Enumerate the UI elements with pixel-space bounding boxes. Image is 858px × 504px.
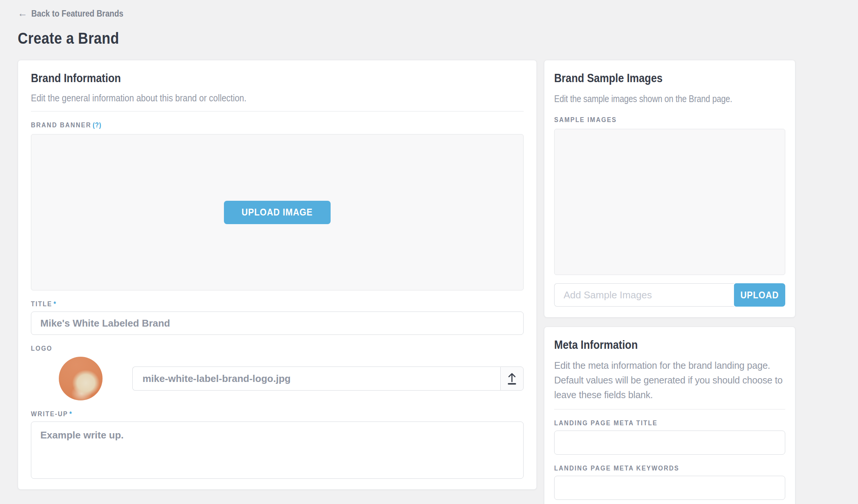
title-input[interactable] — [31, 312, 524, 335]
sample-images-area — [554, 129, 785, 275]
title-label: TITLE* — [31, 299, 524, 309]
logo-filename-group — [132, 367, 524, 391]
meta-keywords-input[interactable] — [554, 476, 785, 500]
brand-information-heading: Brand Information — [31, 71, 524, 85]
upload-image-button[interactable]: UPLOAD IMAGE — [224, 201, 330, 224]
brand-banner-label: BRAND BANNER(?) — [31, 121, 524, 130]
back-arrow-icon: ← — [18, 8, 28, 19]
brand-information-subtitle: Edit the general information about this … — [31, 92, 524, 104]
back-link[interactable]: ← Back to Featured Brands — [18, 8, 138, 19]
upload-arrow-icon — [506, 371, 518, 386]
meta-title-input[interactable] — [554, 431, 785, 455]
back-link-label: Back to Featured Brands — [31, 8, 123, 19]
page-title: Create a Brand — [18, 29, 841, 47]
right-column: Brand Sample Images Edit the sample imag… — [544, 60, 795, 504]
logo-label: LOGO — [31, 344, 524, 353]
writeup-label: WRITE-UP* — [31, 409, 524, 418]
create-brand-page: ← Back to Featured Brands Create a Brand… — [0, 0, 858, 504]
meta-keywords-label: LANDING PAGE META KEYWORDS — [554, 464, 785, 473]
brand-logo-image — [59, 357, 103, 400]
logo-filename-input[interactable] — [132, 367, 500, 391]
required-asterisk: * — [69, 410, 72, 418]
sample-images-label: SAMPLE IMAGES — [554, 115, 785, 124]
add-sample-images-input[interactable] — [554, 283, 734, 307]
banner-help-link[interactable]: (?) — [93, 121, 101, 129]
writeup-textarea[interactable] — [31, 422, 524, 479]
meta-information-card: Meta Information Edit the meta informati… — [544, 327, 795, 504]
brand-sample-images-card: Brand Sample Images Edit the sample imag… — [544, 60, 795, 318]
required-asterisk: * — [54, 300, 56, 308]
meta-information-subtitle: Edit the meta information for the brand … — [554, 358, 785, 402]
add-sample-images-group: UPLOAD — [554, 283, 785, 307]
section-divider — [554, 409, 785, 409]
section-divider — [31, 111, 524, 111]
meta-title-label: LANDING PAGE META TITLE — [554, 418, 785, 428]
brand-sample-images-heading: Brand Sample Images — [554, 71, 785, 85]
meta-information-heading: Meta Information — [554, 338, 785, 352]
brand-sample-images-subtitle: Edit the sample images shown on the Bran… — [554, 92, 785, 106]
brand-information-card: Brand Information Edit the general infor… — [18, 60, 537, 490]
brand-banner-dropzone[interactable]: UPLOAD IMAGE — [31, 134, 524, 290]
logo-upload-button[interactable] — [500, 367, 524, 391]
logo-row — [31, 357, 524, 400]
sample-upload-button[interactable]: UPLOAD — [734, 283, 785, 307]
content-columns: Brand Information Edit the general infor… — [18, 60, 841, 504]
